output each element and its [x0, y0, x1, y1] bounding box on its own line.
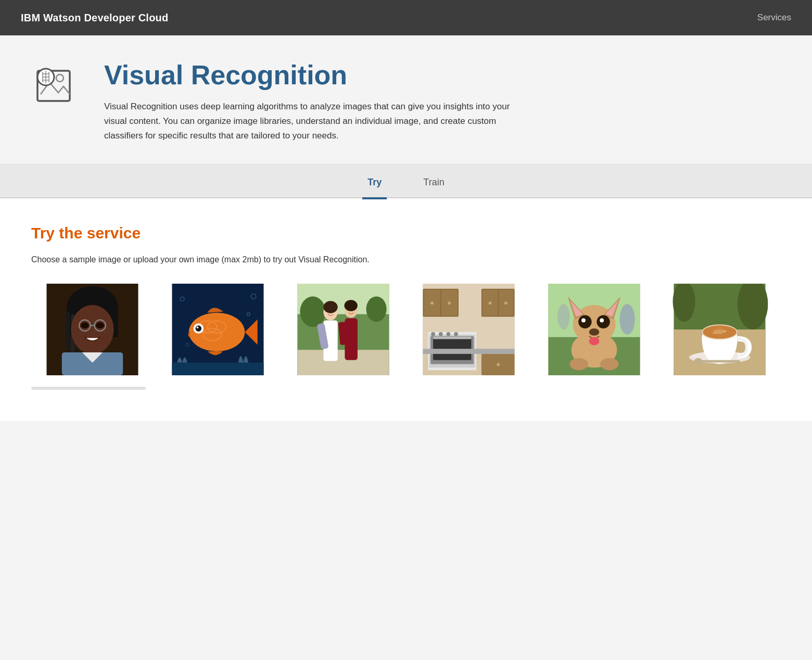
hero-section: Visual Recognition Visual Recognition us… — [0, 35, 812, 164]
hero-description: Visual Recognition uses deep learning al… — [104, 99, 531, 143]
sample-image-dog[interactable] — [533, 283, 655, 376]
svg-point-57 — [430, 302, 434, 305]
svg-rect-73 — [423, 349, 515, 354]
svg-rect-36 — [172, 363, 264, 375]
services-link[interactable]: Services — [757, 12, 791, 23]
svg-point-92 — [589, 337, 600, 346]
svg-point-35 — [196, 326, 198, 328]
svg-point-34 — [195, 326, 201, 332]
svg-point-105 — [694, 358, 703, 364]
svg-point-58 — [448, 302, 451, 305]
svg-point-94 — [600, 358, 618, 370]
sample-image-two-women[interactable] — [282, 283, 404, 376]
svg-point-70 — [439, 332, 443, 336]
svg-point-88 — [597, 315, 610, 328]
sample-image-fish[interactable] — [157, 283, 279, 376]
brand-name: Watson Developer Cloud — [43, 12, 168, 23]
svg-point-89 — [581, 319, 586, 323]
svg-point-69 — [431, 332, 435, 336]
hero-content: Visual Recognition Visual Recognition us… — [104, 60, 531, 143]
tabs-nav: Try Train — [0, 164, 812, 198]
svg-point-80 — [557, 304, 569, 329]
tab-try[interactable]: Try — [362, 166, 387, 199]
visual-recognition-icon — [31, 60, 83, 112]
svg-point-18 — [96, 323, 104, 329]
sample-image-kitchen[interactable] — [408, 283, 530, 376]
svg-point-63 — [504, 302, 508, 305]
svg-rect-42 — [298, 350, 389, 375]
svg-point-40 — [300, 297, 325, 327]
svg-point-103 — [716, 327, 724, 335]
svg-point-71 — [446, 332, 450, 336]
brand-logo: IBM Watson Developer Cloud — [21, 12, 168, 24]
svg-point-16 — [71, 305, 113, 354]
hero-title: Visual Recognition — [104, 60, 531, 90]
scroll-indicator — [31, 387, 146, 390]
service-icon — [31, 60, 83, 112]
svg-point-72 — [454, 332, 458, 336]
try-section-title: Try the service — [31, 224, 781, 242]
svg-point-1 — [56, 74, 64, 82]
tab-train[interactable]: Train — [418, 166, 449, 199]
svg-point-93 — [570, 358, 588, 370]
svg-point-62 — [489, 302, 492, 305]
svg-rect-68 — [433, 337, 471, 339]
sample-image-woman[interactable] — [31, 283, 154, 376]
svg-point-17 — [81, 323, 89, 329]
main-content: Try the service Choose a sample image or… — [0, 198, 812, 421]
header: IBM Watson Developer Cloud Services — [0, 0, 812, 35]
svg-rect-104 — [699, 360, 740, 363]
brand-prefix: IBM — [21, 12, 43, 23]
svg-rect-13 — [66, 312, 70, 352]
svg-point-79 — [619, 304, 635, 335]
sample-image-grid — [31, 283, 781, 376]
svg-point-87 — [578, 315, 591, 328]
svg-point-50 — [344, 300, 357, 312]
sample-image-coffee[interactable] — [658, 283, 781, 376]
svg-point-49 — [323, 301, 337, 313]
svg-point-41 — [366, 297, 387, 322]
svg-point-75 — [497, 363, 500, 366]
svg-point-91 — [589, 328, 600, 336]
svg-point-90 — [600, 319, 604, 323]
try-section-description: Choose a sample image or upload your own… — [31, 253, 781, 266]
